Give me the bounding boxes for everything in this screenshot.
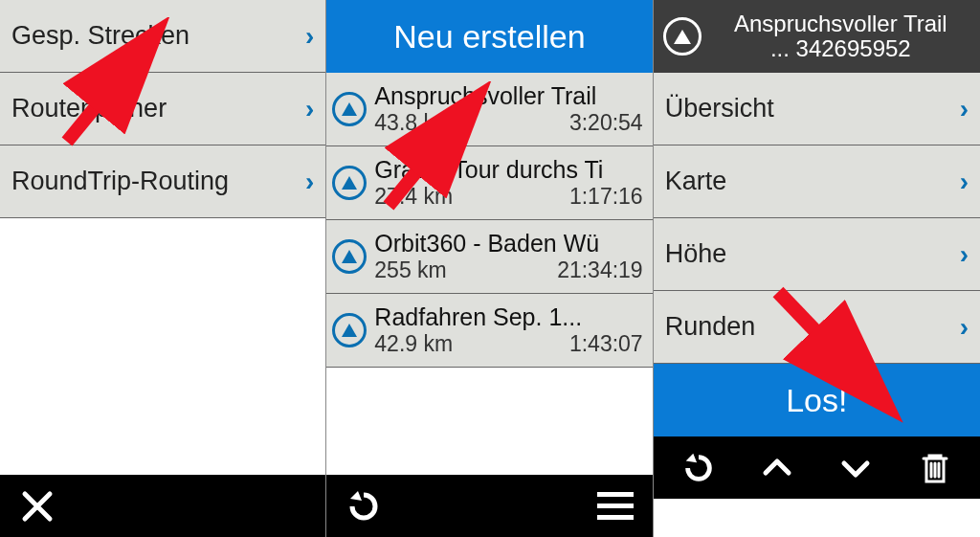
course-icon <box>332 92 367 126</box>
header-label: Neu erstellen <box>393 18 585 56</box>
detail-menu-overview[interactable]: Übersicht › <box>654 73 980 145</box>
detail-menu-map[interactable]: Karte › <box>654 145 980 218</box>
screen-track-detail: Anspruchsvoller Trail ... 342695952 Über… <box>654 0 980 537</box>
track-item-3[interactable]: Radfahren Sep. 1... 42.9 km 1:43:07 <box>326 294 652 368</box>
track-text: Radfahren Sep. 1... 42.9 km 1:43:07 <box>374 303 642 357</box>
track-text: Gravel-Tour durchs Ti 27.4 km 1:17:16 <box>374 156 642 210</box>
empty-space <box>326 368 652 475</box>
track-distance: 42.9 km <box>374 331 479 357</box>
menu-label: Routenplaner <box>11 94 305 123</box>
track-header-title: Anspruchsvoller Trail <box>711 11 970 36</box>
go-button[interactable]: Los! <box>654 364 980 436</box>
down-icon[interactable] <box>832 444 880 492</box>
course-icon <box>332 313 367 347</box>
menu-label: Übersicht <box>665 94 960 123</box>
track-time: 3:20:54 <box>569 110 643 136</box>
chevron-right-icon: › <box>305 21 314 52</box>
menu-label: Gesp. Strecken <box>11 21 305 51</box>
detail-menu-laps[interactable]: Runden › <box>654 291 980 364</box>
course-icon <box>332 239 367 274</box>
screen-saved-tracks: Neu erstellen Anspruchsvoller Trail 43.8… <box>326 0 653 537</box>
track-header-sub: ... 342695952 <box>711 36 970 61</box>
close-icon[interactable] <box>13 482 61 530</box>
track-time: 21:34:19 <box>557 257 643 283</box>
chevron-right-icon: › <box>960 167 969 197</box>
back-icon[interactable] <box>675 444 723 492</box>
track-title: Orbit360 - Baden Wü <box>374 230 642 257</box>
menu-label: RoundTrip-Routing <box>11 167 305 196</box>
menu-item-route-planner[interactable]: Routenplaner › <box>0 73 325 145</box>
back-icon[interactable] <box>340 482 388 530</box>
track-title: Anspruchsvoller Trail <box>374 82 642 110</box>
track-text: Anspruchsvoller Trail 43.8 km 3:20:54 <box>374 82 642 136</box>
track-title: Gravel-Tour durchs Ti <box>374 156 642 184</box>
chevron-right-icon: › <box>305 167 314 197</box>
track-header: Anspruchsvoller Trail ... 342695952 <box>654 0 980 73</box>
bottom-bar <box>0 475 325 537</box>
trash-icon[interactable] <box>911 444 959 492</box>
go-label: Los! <box>786 382 847 419</box>
chevron-right-icon: › <box>960 239 969 270</box>
track-distance: 43.8 km <box>374 110 479 136</box>
menu-item-saved-tracks[interactable]: Gesp. Strecken › <box>0 0 325 73</box>
up-icon[interactable] <box>753 444 801 492</box>
track-item-0[interactable]: Anspruchsvoller Trail 43.8 km 3:20:54 <box>326 73 652 146</box>
track-title: Radfahren Sep. 1... <box>374 303 642 331</box>
track-time: 1:17:16 <box>569 184 643 210</box>
menu-label: Karte <box>665 167 960 196</box>
track-time: 1:43:07 <box>569 331 643 357</box>
chevron-right-icon: › <box>305 94 314 124</box>
track-item-2[interactable]: Orbit360 - Baden Wü 255 km 21:34:19 <box>326 220 652 294</box>
empty-space <box>0 218 325 475</box>
detail-menu-elevation[interactable]: Höhe › <box>654 218 980 291</box>
track-text: Orbit360 - Baden Wü 255 km 21:34:19 <box>374 230 642 283</box>
screen-navigation-menu: Gesp. Strecken › Routenplaner › RoundTri… <box>0 0 326 537</box>
menu-icon[interactable] <box>591 482 639 530</box>
chevron-right-icon: › <box>960 94 969 124</box>
course-icon <box>332 166 367 200</box>
chevron-right-icon: › <box>960 312 969 343</box>
menu-label: Höhe <box>665 239 960 269</box>
bottom-bar <box>654 436 980 499</box>
track-item-1[interactable]: Gravel-Tour durchs Ti 27.4 km 1:17:16 <box>326 146 652 220</box>
create-new-button[interactable]: Neu erstellen <box>326 0 652 73</box>
track-distance: 255 km <box>374 257 479 283</box>
menu-item-roundtrip-routing[interactable]: RoundTrip-Routing › <box>0 145 325 218</box>
menu-label: Runden <box>665 312 960 342</box>
bottom-bar <box>326 475 652 537</box>
track-distance: 27.4 km <box>374 184 479 210</box>
course-icon <box>663 17 702 56</box>
